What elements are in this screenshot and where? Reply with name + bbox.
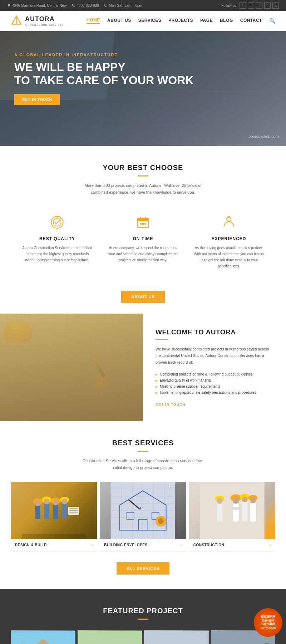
service-building-envelopes: BUILDING ENVELOPES ›	[100, 482, 186, 552]
search-icon[interactable]: 🔍	[269, 18, 275, 24]
svg-rect-10	[142, 223, 144, 225]
featured-divider	[138, 619, 148, 620]
logo[interactable]: AUTORA Construction Services	[11, 15, 64, 26]
logo-text: AUTORA Construction Services	[25, 15, 64, 26]
svg-point-50	[158, 518, 164, 524]
feature-quality-text: Autora Construction Services are committ…	[21, 245, 93, 263]
project-card-1[interactable]	[11, 630, 75, 644]
list-item: Completing projects on time & Following …	[156, 371, 273, 377]
svg-rect-20	[53, 504, 58, 519]
service-construction: CONSTRUCTION ›	[189, 482, 275, 552]
twitter-icon[interactable]: t	[256, 2, 262, 9]
service-arrow-1[interactable]: ›	[91, 543, 93, 548]
pinterest-icon[interactable]: p	[264, 2, 271, 9]
service-name-1: DESIGN & BUILD	[15, 543, 47, 547]
top-bar-info: 4946 Marmora Road, Central New 4008-888-…	[7, 4, 142, 8]
rss-icon[interactable]: ☰	[272, 2, 279, 9]
svg-point-60	[250, 498, 256, 503]
welcome-list: Completing projects on time & Following …	[156, 371, 273, 396]
welcome-content: WELCOME TO AUTORA We have successfully c…	[143, 314, 286, 421]
svg-point-58	[232, 497, 239, 504]
nav-blog[interactable]: BLOG	[220, 18, 233, 24]
design-build-image	[11, 482, 97, 539]
svg-rect-21	[62, 503, 67, 519]
welcome-cta-link[interactable]: GET IN TOUCH	[156, 403, 273, 407]
service-arrow-2[interactable]: ›	[181, 543, 182, 548]
navbar: AUTORA Construction Services HOME ABOUT …	[0, 11, 286, 31]
svg-point-59	[242, 497, 247, 502]
service-name-2: BUILDING ENVELOPES	[104, 543, 147, 547]
best-choose-title: YOUR BEST CHOOSE	[14, 164, 272, 172]
svg-point-24	[53, 500, 59, 505]
services-subtitle: Construction Services offers a full rang…	[82, 457, 204, 471]
featured-project-section: FEATURED PROJECT	[0, 589, 286, 644]
experienced-icon	[220, 213, 238, 231]
best-choose-subtitle: More than 500 projects completed in Auto…	[82, 182, 204, 195]
welcome-section: WELCOME TO AUTORA We have successfully c…	[0, 314, 286, 421]
svg-point-25	[62, 499, 68, 504]
facebook-icon[interactable]: f	[240, 2, 246, 9]
phone: 4008-888-888	[72, 4, 99, 8]
svg-rect-64	[250, 503, 256, 522]
section-divider	[138, 175, 148, 176]
hero-title: WE WILL BE HAPPY TO TAKE CARE OF YOUR WO…	[14, 60, 272, 87]
services-title: BEST SERVICES	[11, 439, 275, 447]
svg-rect-30	[22, 534, 86, 539]
linkedin-icon[interactable]: in	[248, 2, 254, 9]
projects-grid	[11, 630, 275, 644]
project-card-3[interactable]	[144, 630, 209, 644]
svg-point-3	[51, 217, 63, 228]
services-grid: DESIGN & BUILD ›	[11, 482, 275, 552]
svg-rect-13	[227, 217, 230, 218]
about-button[interactable]: ABOUT US	[121, 291, 164, 303]
svg-rect-26	[68, 507, 79, 515]
welcome-text: We have successfully completed projects …	[156, 346, 273, 365]
quality-icon	[48, 213, 66, 231]
nav-contact[interactable]: CONTACT	[240, 18, 262, 24]
nav-page[interactable]: PAGE	[200, 18, 213, 24]
watermark-badge: 依依源码网 软件/源码 小程序/模板 Y1YM.COM	[254, 608, 282, 637]
welcome-title: WELCOME TO AUTORA	[156, 328, 273, 336]
welcome-divider	[156, 339, 168, 340]
hero-watermark: bootstrapmb.com	[248, 134, 279, 139]
project-card-2[interactable]	[78, 630, 142, 644]
welcome-image	[0, 314, 143, 421]
best-services-section: BEST SERVICES Construction Services offe…	[0, 421, 286, 589]
list-item: Elevated quality of workmanship	[156, 377, 273, 383]
hero-content: A GLOBAL LEADER IN INFRASTRUCTURE WE WIL…	[0, 31, 286, 127]
nav-about[interactable]: ABOUT US	[107, 18, 131, 24]
list-item: Implementing appropriate safety precauti…	[156, 389, 273, 396]
svg-rect-94	[144, 631, 209, 644]
svg-rect-18	[35, 505, 40, 519]
nav-projects[interactable]: PROJECTS	[168, 18, 193, 24]
top-bar: 4946 Marmora Road, Central New 4008-888-…	[0, 0, 286, 11]
design-build-label: DESIGN & BUILD ›	[11, 539, 97, 552]
nav-home[interactable]: HOME	[87, 18, 100, 24]
svg-rect-6	[138, 218, 148, 221]
hero-cta-button[interactable]: GET IN TOUCH	[14, 94, 60, 105]
nav-services[interactable]: SERVICES	[138, 18, 161, 24]
nav-links: HOME ABOUT US SERVICES PROJECTS PAGE BLO…	[87, 18, 275, 24]
service-design-build: DESIGN & BUILD ›	[11, 482, 97, 552]
hero-section: A GLOBAL LEADER IN INFRASTRUCTURE WE WIL…	[0, 31, 286, 146]
svg-rect-62	[233, 504, 238, 522]
hero-subtitle: A GLOBAL LEADER IN INFRASTRUCTURE	[14, 53, 272, 57]
image-overlay	[0, 314, 143, 421]
feature-ontime-text: At our company, we respect the customer'…	[107, 245, 179, 263]
featured-project-title: FEATURED PROJECT	[11, 607, 275, 615]
service-arrow-3[interactable]: ›	[270, 543, 271, 548]
feature-experienced: EXPERIENCED As the saying goes practice …	[186, 206, 272, 276]
ontime-icon	[134, 213, 152, 231]
construction-image	[189, 482, 275, 539]
services-divider	[138, 451, 148, 452]
building-envelopes-label: BUILDING ENVELOPES ›	[100, 539, 186, 552]
feature-experienced-text: As the saying goes practice makes perfec…	[193, 245, 265, 269]
building-envelopes-image	[100, 482, 186, 539]
feature-quality-title: BEST QUALITY	[21, 236, 93, 241]
svg-point-61	[217, 498, 222, 504]
best-choose-section: YOUR BEST CHOOSE More than 500 projects …	[0, 146, 286, 314]
all-services-button[interactable]: ALL SERVICES	[117, 562, 169, 575]
svg-rect-65	[217, 504, 222, 522]
construction-label: CONSTRUCTION ›	[189, 539, 275, 552]
svg-point-22	[35, 500, 41, 506]
